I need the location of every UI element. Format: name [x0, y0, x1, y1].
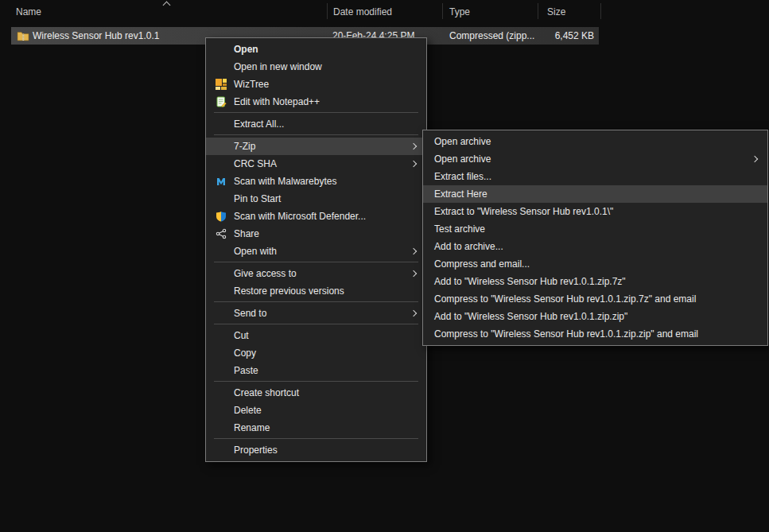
context-menu-item-copy[interactable]: Copy — [206, 344, 426, 362]
7zip-submenu-item-extract-files[interactable]: Extract files... — [423, 168, 767, 185]
context-menu-item-rename[interactable]: Rename — [206, 419, 426, 437]
context-menu-item-label: Copy — [234, 348, 256, 359]
7zip-submenu-item-open-archive[interactable]: Open archive — [423, 133, 767, 150]
context-menu-item-open[interactable]: Open — [206, 41, 426, 58]
context-menu-item-crc-sha[interactable]: CRC SHA — [206, 155, 426, 173]
7zip-submenu-item-label: Test archive — [434, 223, 485, 235]
column-divider[interactable] — [442, 3, 443, 19]
context-menu-item-give-access-to[interactable]: Give access to — [206, 265, 426, 282]
context-menu-separator — [214, 324, 418, 324]
context-menu-item-pin-to-start[interactable]: Pin to Start — [206, 190, 426, 208]
7zip-submenu-item-label: Add to "Wireless Sensor Hub rev1.0.1.zip… — [434, 276, 626, 287]
chevron-right-icon — [410, 270, 417, 277]
column-header-date-modified[interactable]: Date modified — [327, 2, 442, 22]
context-menu-item-label: Rename — [234, 422, 270, 433]
context-menu-item-label: Open with — [234, 246, 277, 257]
column-divider[interactable] — [600, 3, 601, 19]
context-menu-item-delete[interactable]: Delete — [206, 402, 426, 419]
column-divider[interactable] — [327, 3, 328, 19]
menu-icon-slot — [214, 404, 228, 417]
7zip-submenu-item-extract-to-wireless-sensor-hub-rev1-0-1[interactable]: Extract to "Wireless Sensor Hub rev1.0.1… — [423, 203, 767, 220]
column-divider[interactable] — [538, 3, 538, 19]
file-size: 6,452 KB — [555, 27, 594, 45]
context-menu-item-share[interactable]: Share — [206, 225, 426, 243]
zip-file-icon — [17, 29, 29, 45]
context-menu-separator — [214, 381, 418, 382]
7zip-submenu-item-test-archive[interactable]: Test archive — [423, 220, 767, 238]
chevron-right-icon — [752, 156, 758, 162]
menu-icon-slot — [214, 60, 228, 73]
column-header-size[interactable]: Size — [538, 2, 600, 22]
7zip-submenu-item-label: Add to "Wireless Sensor Hub rev1.0.1.zip… — [434, 311, 627, 322]
context-menu-item-properties[interactable]: Properties — [206, 441, 426, 459]
column-header-name[interactable]: Name — [0, 2, 327, 22]
context-menu-item-restore-previous-versions[interactable]: Restore previous versions — [206, 282, 426, 300]
context-menu-item-paste[interactable]: Paste — [206, 362, 426, 379]
context-menu-item-extract-all[interactable]: Extract All... — [206, 115, 426, 133]
defender-shield-icon — [214, 210, 228, 223]
context-menu-item-label: Pin to Start — [234, 193, 281, 204]
7zip-submenu-item-compress-to-wireless-sensor-hub-rev1-0-1-zip-zip-and-email[interactable]: Compress to "Wireless Sensor Hub rev1.0.… — [423, 325, 767, 343]
context-menu-separator — [214, 438, 418, 439]
menu-icon-slot — [214, 118, 228, 130]
7zip-submenu-item-add-to-wireless-sensor-hub-rev1-0-1-zip-zip[interactable]: Add to "Wireless Sensor Hub rev1.0.1.zip… — [423, 308, 767, 325]
7zip-submenu-item-extract-here[interactable]: Extract Here — [423, 185, 767, 203]
context-menu-item-label: Send to — [234, 308, 266, 319]
context-menu-item-label: Edit with Notepad++ — [234, 96, 320, 107]
7zip-submenu-item-add-to-wireless-sensor-hub-rev1-0-1-zip-7z[interactable]: Add to "Wireless Sensor Hub rev1.0.1.zip… — [423, 273, 767, 290]
context-menu-item-edit-with-notepad[interactable]: Edit with Notepad++ — [206, 93, 426, 111]
7zip-submenu-item-label: Open archive — [434, 153, 491, 165]
7zip-submenu-item-add-to-archive[interactable]: Add to archive... — [423, 238, 767, 255]
context-menu-item-label: CRC SHA — [234, 158, 277, 169]
context-menu-item-label: WizTree — [234, 79, 269, 90]
7zip-submenu-item-compress-to-wireless-sensor-hub-rev1-0-1-zip-7z-and-email[interactable]: Compress to "Wireless Sensor Hub rev1.0.… — [423, 290, 767, 308]
column-header-type[interactable]: Type — [442, 2, 538, 22]
file-name: Wireless Sensor Hub rev1.0.1 — [33, 27, 159, 45]
context-menu-separator — [214, 301, 418, 302]
context-menu-item-send-to[interactable]: Send to — [206, 305, 426, 322]
context-menu-item-cut[interactable]: Cut — [206, 327, 426, 344]
menu-icon-slot — [214, 43, 228, 56]
chevron-right-icon — [410, 248, 417, 254]
context-menu-item-open-with[interactable]: Open with — [206, 243, 426, 260]
chevron-right-icon — [410, 161, 417, 167]
context-menu-item-create-shortcut[interactable]: Create shortcut — [206, 384, 426, 402]
7zip-submenu-item-compress-and-email[interactable]: Compress and email... — [423, 255, 767, 273]
context-menu-item-label: Create shortcut — [234, 387, 299, 398]
menu-icon-slot — [214, 386, 228, 399]
menu-icon-slot — [214, 329, 228, 342]
menu-icon-slot — [214, 245, 228, 258]
context-menu-item-label: 7-Zip — [234, 141, 255, 152]
context-menu-item-wiztree[interactable]: WizTree — [206, 76, 426, 93]
wiztree-icon — [214, 78, 228, 91]
7zip-submenu-item-label: Open archive — [434, 136, 491, 147]
7zip-submenu-item-label: Extract Here — [434, 188, 487, 200]
7zip-submenu: Open archiveOpen archiveExtract files...… — [422, 130, 768, 346]
menu-icon-slot — [214, 157, 228, 170]
context-menu-separator — [214, 134, 418, 135]
context-menu-item-label: Scan with Malwarebytes — [234, 176, 336, 187]
context-menu: OpenOpen in new windowWizTreeEdit with N… — [205, 37, 427, 462]
file-explorer-window: Name Date modified Type Size Wireless Se… — [0, 0, 769, 532]
context-menu-item-label: Give access to — [234, 268, 297, 279]
7zip-submenu-item-label: Compress to "Wireless Sensor Hub rev1.0.… — [434, 328, 698, 340]
context-menu-item-open-in-new-window[interactable]: Open in new window — [206, 58, 426, 76]
context-menu-item-scan-with-malwarebytes[interactable]: Scan with Malwarebytes — [206, 173, 426, 190]
menu-icon-slot — [214, 192, 228, 205]
menu-icon-slot — [214, 267, 228, 280]
context-menu-item-label: Extract All... — [234, 118, 284, 130]
notepadpp-icon — [214, 95, 228, 108]
7zip-submenu-item-open-archive[interactable]: Open archive — [423, 150, 767, 168]
file-type: Compressed (zipp... — [449, 27, 534, 45]
context-menu-item-label: Cut — [234, 330, 249, 341]
context-menu-item-scan-with-microsoft-defender[interactable]: Scan with Microsoft Defender... — [206, 208, 426, 225]
context-menu-item-label: Share — [234, 228, 259, 239]
menu-icon-slot — [214, 347, 228, 359]
context-menu-item-7-zip[interactable]: 7-Zip — [206, 138, 426, 155]
menu-icon-slot — [214, 364, 228, 377]
menu-icon-slot — [214, 307, 228, 320]
context-menu-item-label: Open — [234, 44, 258, 55]
chevron-right-icon — [410, 143, 417, 150]
7zip-submenu-item-label: Extract files... — [434, 171, 491, 182]
malwarebytes-icon — [214, 175, 228, 188]
